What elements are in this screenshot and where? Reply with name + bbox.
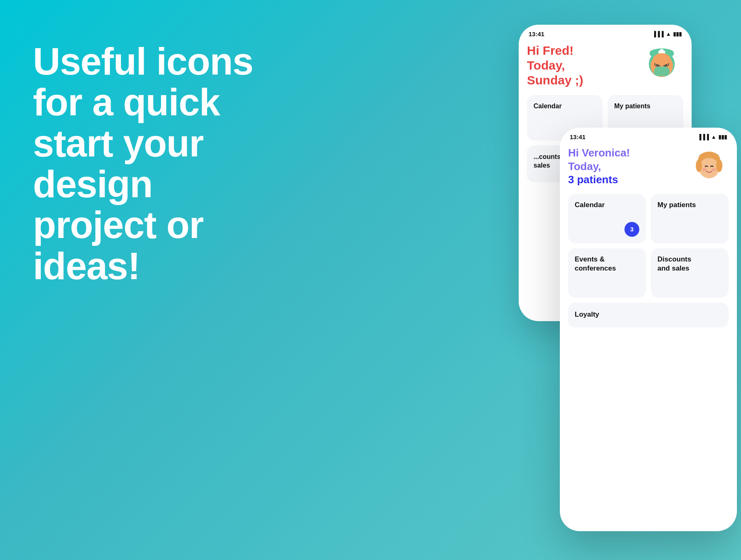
greeting-text-front: Hi Veronica! Today, 3 patients bbox=[568, 146, 630, 187]
signal-icon-front: ▐▐▐ bbox=[697, 134, 709, 140]
greeting-row-back: Hi Fred! Today, Sunday ;) bbox=[527, 43, 683, 88]
cards-grid-front: Calendar 3 My patients Events &conferenc… bbox=[568, 194, 729, 298]
greeting-line1-back: Hi Fred! bbox=[527, 43, 583, 58]
svg-point-20 bbox=[711, 168, 716, 171]
signal-icon: ▐▐▐ bbox=[652, 31, 664, 37]
card-patients-front: My patients bbox=[651, 194, 729, 243]
hero-line1: Useful icons bbox=[33, 41, 301, 82]
greeting-line2-back: Today, bbox=[527, 58, 583, 73]
status-icons-front: ▐▐▐ ▲ ▮▮▮ bbox=[697, 134, 727, 140]
greeting-line3-back: Sunday ;) bbox=[527, 73, 583, 88]
status-bar-back: 13:41 ▐▐▐ ▲ ▮▮▮ bbox=[519, 25, 692, 40]
svg-point-18 bbox=[699, 158, 719, 178]
card-patients-label-front: My patients bbox=[657, 201, 722, 210]
hero-line4: design bbox=[33, 164, 301, 205]
card-patients-label-back: My patients bbox=[614, 103, 650, 110]
svg-rect-6 bbox=[654, 67, 670, 76]
svg-point-22 bbox=[716, 159, 722, 172]
greeting-row-front: Hi Veronica! Today, 3 patients bbox=[568, 146, 729, 187]
card-discounts-front: Discountsand sales bbox=[651, 248, 729, 298]
status-bar-front: 13:41 ▐▐▐ ▲ ▮▮▮ bbox=[560, 128, 737, 143]
status-icons-back: ▐▐▐ ▲ ▮▮▮ bbox=[652, 31, 682, 37]
wifi-icon: ▲ bbox=[666, 31, 671, 37]
greeting-today-front: Today, bbox=[568, 160, 630, 173]
calendar-badge: 3 bbox=[624, 222, 639, 237]
hero-line3: start your bbox=[33, 123, 301, 164]
doctor-avatar bbox=[640, 43, 683, 86]
time-front: 13:41 bbox=[570, 133, 585, 140]
greeting-patients-front: 3 patients bbox=[568, 173, 630, 187]
card-calendar-front: Calendar 3 bbox=[568, 194, 646, 243]
card-events-front: Events &conferences bbox=[568, 248, 646, 298]
time-back: 13:41 bbox=[529, 30, 544, 37]
greeting-text-back: Hi Fred! Today, Sunday ;) bbox=[527, 43, 583, 88]
svg-point-21 bbox=[696, 159, 702, 172]
phone-front: 13:41 ▐▐▐ ▲ ▮▮▮ Hi Veronica! Today, 3 pa… bbox=[560, 128, 737, 531]
card-loyalty-front: Loyalty bbox=[568, 303, 729, 327]
svg-point-12 bbox=[653, 53, 671, 65]
wifi-icon-front: ▲ bbox=[711, 134, 716, 140]
hero-line5: project or bbox=[33, 205, 301, 245]
hero-line2: for a quick bbox=[33, 82, 301, 123]
card-discounts-label: Discountsand sales bbox=[657, 255, 722, 273]
svg-point-19 bbox=[702, 168, 706, 171]
card-calendar-label-back: Calendar bbox=[534, 103, 562, 110]
greeting-name-front: Hi Veronica! bbox=[568, 146, 630, 160]
battery-icon: ▮▮▮ bbox=[673, 31, 682, 37]
hero-text: Useful icons for a quick start your desi… bbox=[33, 41, 301, 287]
partial-label: ...countssales bbox=[534, 153, 561, 169]
card-loyalty-label: Loyalty bbox=[575, 310, 599, 319]
calendar-badge-count: 3 bbox=[630, 226, 634, 233]
hero-line6: ideas! bbox=[33, 246, 301, 287]
nurse-avatar bbox=[690, 146, 729, 185]
card-events-label: Events &conferences bbox=[575, 255, 639, 273]
card-calendar-label-front: Calendar bbox=[575, 201, 639, 210]
phone-front-content: Hi Veronica! Today, 3 patients bbox=[560, 143, 737, 336]
battery-icon-front: ▮▮▮ bbox=[718, 134, 727, 140]
